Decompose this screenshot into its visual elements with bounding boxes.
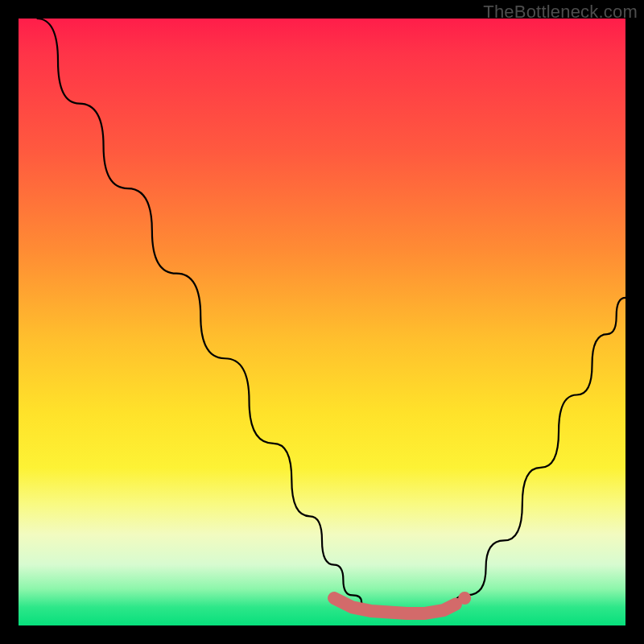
valley-band: [334, 598, 456, 613]
plot-area: [19, 19, 625, 625]
bottleneck-curve: [37, 19, 625, 613]
watermark-text: TheBottleneck.com: [483, 2, 638, 23]
curve-layer: [19, 19, 625, 625]
chart-frame: TheBottleneck.com: [0, 0, 644, 644]
valley-end-dot: [458, 592, 471, 605]
